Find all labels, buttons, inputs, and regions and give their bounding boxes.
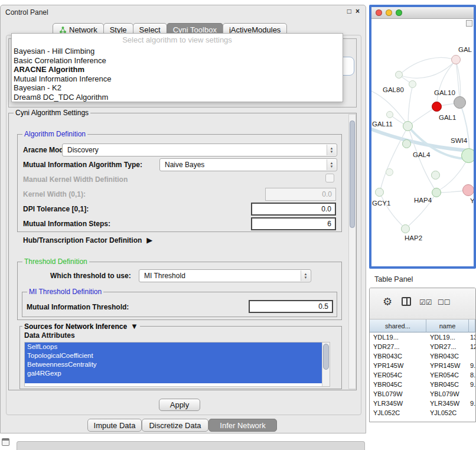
select-all-icon[interactable]: ☑☑ bbox=[419, 298, 432, 306]
control-panel-title: Control Panel bbox=[5, 8, 48, 17]
table-cell bbox=[469, 389, 475, 399]
manual-kernel-checkbox[interactable] bbox=[325, 174, 334, 182]
combo-stepper-icon: ▲▼ bbox=[327, 159, 336, 170]
network-node[interactable] bbox=[403, 121, 413, 131]
attribute-item[interactable]: TopologicalCoefficient bbox=[25, 351, 322, 360]
network-node[interactable] bbox=[386, 111, 393, 118]
table-row[interactable]: YDR27...YDR27...12 bbox=[370, 342, 475, 351]
table-row[interactable]: YBR043CYBR043C bbox=[370, 351, 475, 361]
column-selector-icon[interactable] bbox=[402, 297, 411, 306]
hub-definition-section[interactable]: Hub/Transcription Factor Definition ▶ bbox=[23, 236, 152, 244]
attribute-item[interactable]: SelfLoops bbox=[25, 343, 322, 351]
table-cell: YBR045C bbox=[370, 380, 426, 389]
collapse-right-icon[interactable]: ▶ bbox=[146, 236, 152, 244]
sources-group-header[interactable]: Sources for Network Inference ▼ bbox=[22, 322, 140, 331]
close-traffic-light-icon[interactable] bbox=[376, 9, 382, 16]
mi-type-select[interactable]: Naive Bayes ▲▼ bbox=[159, 158, 337, 171]
gear-icon[interactable]: ⚙ bbox=[383, 295, 392, 308]
deselect-all-icon[interactable]: ☐☐ bbox=[438, 298, 451, 306]
table-row[interactable]: YER054CYER054C8. bbox=[370, 370, 475, 380]
attribute-item[interactable]: gal4RGexp bbox=[25, 369, 322, 378]
kernel-width-label: Kernel Width (0,1): bbox=[23, 190, 86, 198]
close-icon[interactable]: × bbox=[356, 7, 360, 15]
mi-steps-label: Mutual Information Steps: bbox=[23, 220, 110, 228]
table-cell: YBL079W bbox=[426, 389, 469, 399]
attribute-item[interactable]: BetweennessCentrality bbox=[25, 360, 322, 369]
table-row[interactable]: YBL079WYBL079W bbox=[370, 389, 475, 399]
apply-button[interactable]: Apply bbox=[159, 399, 200, 411]
aracne-mode-value: Discovery bbox=[67, 146, 99, 154]
table-cell: 8. bbox=[469, 370, 475, 380]
attributes-scrollbar-thumb[interactable] bbox=[323, 344, 329, 370]
table-row[interactable]: YLR345WYLR345W9. bbox=[370, 399, 475, 408]
network-node[interactable] bbox=[462, 184, 474, 196]
dpi-tolerance-field[interactable]: 0.0 bbox=[251, 203, 336, 216]
table-cell: 9. bbox=[469, 399, 475, 408]
column-header-shared-name[interactable]: shared... bbox=[370, 319, 426, 332]
network-node[interactable] bbox=[431, 171, 440, 180]
attribute-item-clipped bbox=[25, 378, 322, 383]
data-attributes-label: Data Attributes bbox=[24, 331, 75, 340]
network-node[interactable] bbox=[461, 148, 474, 163]
restore-panel-icon[interactable] bbox=[2, 438, 9, 446]
table-cell: YER054C bbox=[426, 370, 469, 380]
table-row[interactable]: YPR145WYPR145W9. bbox=[370, 361, 475, 370]
which-threshold-select[interactable]: MI Threshold ▲▼ bbox=[139, 269, 311, 282]
birdseye-toggle-icon[interactable] bbox=[466, 20, 472, 27]
algorithm-option[interactable]: Basic Correlation Inference bbox=[12, 56, 343, 66]
column-header-clipped[interactable] bbox=[469, 319, 475, 332]
aracne-mode-select[interactable]: Discovery ▲▼ bbox=[62, 144, 337, 156]
algorithm-option[interactable]: Dream8 DC_TDC Algorithm bbox=[12, 93, 343, 102]
network-node[interactable] bbox=[454, 96, 466, 109]
network-node[interactable] bbox=[402, 139, 411, 148]
algorithm-option-selected[interactable]: ARACNE Algorithm bbox=[12, 65, 343, 74]
network-node[interactable] bbox=[395, 71, 403, 79]
network-node-label: GAL4 bbox=[413, 151, 430, 158]
hub-definition-label: Hub/Transcription Factor Definition bbox=[23, 236, 142, 244]
collapse-down-icon[interactable]: ▼ bbox=[131, 322, 138, 331]
network-window-titlebar[interactable] bbox=[371, 7, 474, 19]
table-panel-title: Table Panel bbox=[374, 275, 413, 283]
minimize-traffic-light-icon[interactable] bbox=[386, 9, 392, 16]
table-row[interactable]: YDL19...YDL19...13 bbox=[370, 332, 475, 342]
mi-steps-field[interactable]: 6 bbox=[251, 217, 336, 230]
which-threshold-label: Which threshold to use: bbox=[50, 272, 131, 280]
tab-discretize-data[interactable]: Discretize Data bbox=[142, 419, 208, 432]
network-node[interactable] bbox=[386, 168, 393, 176]
table-cell: 9. bbox=[469, 380, 475, 389]
network-node-label: GAL1 bbox=[439, 114, 456, 121]
zoom-traffic-light-icon[interactable] bbox=[396, 9, 402, 16]
network-node[interactable] bbox=[409, 80, 416, 88]
tab-infer-network[interactable]: Infer Network bbox=[208, 419, 277, 432]
table-cell: YBR043C bbox=[426, 351, 469, 361]
network-node[interactable] bbox=[375, 188, 384, 197]
algorithm-option[interactable]: Bayesian - Hill Climbing bbox=[12, 47, 343, 56]
algorithm-option[interactable]: Mutual Information Inference bbox=[12, 74, 343, 84]
network-canvas[interactable]: GALGAL80GAL10GAL11GAL1SWI4GAL4GCY1HAP4YH… bbox=[371, 19, 474, 266]
network-node[interactable] bbox=[401, 224, 410, 233]
table-cell: YER054C bbox=[370, 370, 426, 380]
mi-threshold-field[interactable]: 0.5 bbox=[249, 300, 333, 313]
tab-impute-data[interactable]: Impute Data bbox=[87, 419, 142, 432]
table-panel-window: ⚙ ☑☑ ☐☐ shared... name YDL19...YDL19...1… bbox=[369, 288, 476, 422]
data-attributes-list[interactable]: SelfLoops TopologicalCoefficient Between… bbox=[24, 342, 330, 387]
combo-stepper-icon: ▲▼ bbox=[301, 270, 310, 281]
attributes-scrollbar[interactable] bbox=[322, 343, 330, 386]
mi-type-label: Mutual Information Algorithm Type: bbox=[23, 161, 142, 169]
table-row[interactable]: YJL052CYJL052C bbox=[370, 408, 475, 418]
column-header-name[interactable]: name bbox=[426, 319, 469, 332]
algorithm-option[interactable]: Bayesian - K2 bbox=[12, 83, 343, 93]
settings-scrollbar-thumb[interactable] bbox=[350, 120, 355, 228]
kernel-width-field[interactable]: 0.0 bbox=[265, 188, 336, 201]
network-node-label: GAL11 bbox=[372, 120, 393, 128]
settings-scrollbar[interactable] bbox=[348, 114, 356, 389]
collapsed-panel-bar[interactable] bbox=[17, 441, 365, 450]
combo-stepper-icon: ▲▼ bbox=[327, 145, 336, 155]
table-row[interactable]: YBR045CYBR045C9. bbox=[370, 380, 475, 389]
table-cell: YJL052C bbox=[426, 408, 469, 418]
network-node[interactable] bbox=[432, 188, 441, 197]
manual-kernel-label: Manual Kernel Width Definition bbox=[23, 175, 128, 184]
network-node[interactable] bbox=[451, 55, 461, 64]
network-node[interactable] bbox=[432, 102, 442, 112]
float-window-icon[interactable]: □ bbox=[347, 7, 351, 15]
